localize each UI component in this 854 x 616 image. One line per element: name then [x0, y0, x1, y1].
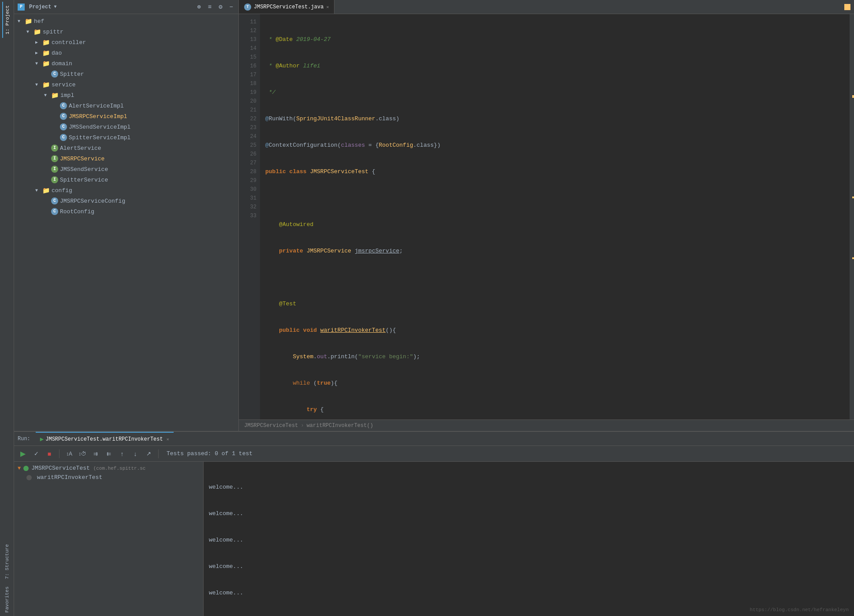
breadcrumb-method[interactable]: waritRPCInvokerTest() — [307, 423, 373, 429]
tab-icon-test: T — [244, 4, 251, 11]
project-panel-header: P Project ▼ ⊕ ≡ ⚙ − — [14, 0, 238, 14]
folder-icon-impl: 📁 — [51, 92, 59, 99]
tree-label-rootconfig: RootConfig — [60, 208, 94, 215]
minimize-icon[interactable]: − — [228, 3, 235, 11]
code-line-17 — [265, 194, 850, 203]
run-panel: Run: ▶ JMSRPCServiceTest.waritRPCInvoker… — [14, 431, 854, 616]
run-toolbar: ▶ ✓ ■ ↕A ↕⏱ ⇉ ⇇ ↑ ↓ ↗ Tests passed: 0 of… — [14, 446, 854, 462]
breadcrumb-class[interactable]: JMSRPCServiceTest — [244, 423, 298, 429]
editor-scrollbar[interactable] — [850, 14, 854, 419]
stop-button[interactable]: ■ — [44, 449, 55, 459]
tree-item-domain[interactable]: ▼ 📁 domain — [14, 58, 238, 69]
locate-icon[interactable]: ⊕ — [195, 2, 202, 11]
arrow-controller: ▶ — [35, 40, 42, 45]
class-icon-spitterserviceimpl: C — [60, 134, 67, 141]
code-line-11: * @Date 2019-04-27 — [265, 35, 850, 44]
run-main-area: ▼ JMSRPCServiceTest (com.hef.spittr.sc w… — [14, 462, 854, 616]
tree-item-jmssendservice[interactable]: I JMSSendService — [14, 164, 238, 174]
tree-item-hef[interactable]: ▼ 📁 hef — [14, 16, 238, 26]
class-icon-spitter: C — [51, 71, 58, 78]
tree-item-alertservice[interactable]: I AlertService — [14, 143, 238, 153]
run-button[interactable]: ▶ — [18, 449, 28, 459]
folder-icon-hef: 📁 — [25, 18, 32, 25]
expand-all-button[interactable]: ⇉ — [90, 449, 101, 459]
console-line-1: welcome... — [209, 483, 849, 492]
tree-item-impl[interactable]: ▼ 📁 impl — [14, 90, 238, 100]
tree-item-rootconfig[interactable]: C RootConfig — [14, 206, 238, 217]
tree-label-domain: domain — [52, 60, 72, 67]
tree-item-jmssendserviceimpl[interactable]: C JMSSendServiceImpl — [14, 122, 238, 132]
tree-item-config[interactable]: ▼ 📁 config — [14, 185, 238, 196]
tree-label-jmssendservice: JMSSendService — [60, 166, 108, 173]
export-button[interactable]: ↗ — [143, 449, 154, 459]
toolbar-divider-2 — [158, 449, 159, 458]
run-label: Run: — [18, 436, 30, 442]
editor-tabs: T JMSRPCServiceTest.java ✕ — [239, 0, 854, 14]
project-panel-title: Project — [29, 4, 51, 10]
class-icon-jmssendservice: I — [51, 166, 58, 173]
tree-item-spittr[interactable]: ▼ 📁 spittr — [14, 26, 238, 37]
code-line-15: ✓ @ContextConfiguration(classes = {RootC… — [265, 141, 850, 150]
tree-item-jmsrpcservice[interactable]: I JMSRPCService — [14, 153, 238, 164]
tree-item-dao[interactable]: ▶ 📁 dao — [14, 48, 238, 58]
tree-item-spitterserviceimpl[interactable]: C SpitterServiceImpl — [14, 132, 238, 143]
tree-item-service[interactable]: ▼ 📁 service — [14, 79, 238, 90]
tree-label-alertserviceimpl: AlertServiceImpl — [69, 103, 124, 109]
collapse-all-button[interactable]: ⇇ — [104, 449, 114, 459]
breadcrumb: JMSRPCServiceTest › waritRPCInvokerTest(… — [239, 419, 854, 431]
project-panel-title-area: P Project ▼ — [18, 4, 56, 11]
sort-dur-button[interactable]: ↕⏱ — [77, 449, 88, 459]
tree-item-spitterservice[interactable]: I SpitterService — [14, 174, 238, 185]
sort-az-button[interactable]: ↕A — [64, 449, 74, 459]
folder-icon-dao: 📁 — [42, 49, 50, 57]
tree-item-spitter[interactable]: C Spitter — [14, 69, 238, 79]
editor-tab-jmsrpcservicetest[interactable]: T JMSRPCServiceTest.java ✕ — [239, 0, 334, 14]
arrow-dao: ▶ — [35, 50, 42, 56]
class-icon-rootconfig: C — [51, 208, 58, 215]
watermark: https://blog.csdn.net/hefrankeleyn — [750, 607, 849, 612]
editor-content: 1112131415 1617181920 2122232425 2627282… — [239, 14, 854, 419]
test-tree-arrow: ▼ — [18, 465, 21, 471]
breadcrumb-separator: › — [301, 423, 304, 429]
tree-item-jmsrpcserviceimpl[interactable]: C JMSRPCServiceImpl — [14, 111, 238, 122]
arrow-impl: ▼ — [44, 93, 51, 98]
chevron-down-icon[interactable]: ▼ — [54, 4, 56, 9]
scroll-down-button[interactable]: ↓ — [130, 449, 141, 459]
run-tab-main[interactable]: ▶ JMSRPCServiceTest.waritRPCInvokerTest … — [36, 432, 174, 445]
console-line-4: welcome... — [209, 562, 849, 571]
collapse-icon[interactable]: ≡ — [206, 3, 213, 11]
sidebar-tab-structure[interactable]: 7: Structure — [3, 541, 11, 583]
test-tree-root[interactable]: ▼ JMSRPCServiceTest (com.hef.spittr.sc — [14, 464, 203, 473]
test-tree-item-warit[interactable]: waritRPCInvokerTest — [14, 473, 203, 482]
sidebar-tab-favorites[interactable]: Favorites — [3, 583, 11, 616]
scroll-up-button[interactable]: ↑ — [117, 449, 127, 459]
top-area: P Project ▼ ⊕ ≡ ⚙ − ▼ 📁 hef — [14, 0, 854, 431]
tree-label-impl: impl — [60, 92, 74, 99]
run-tab-label: JMSRPCServiceTest.waritRPCInvokerTest — [45, 436, 163, 442]
console-output: welcome... welcome... welcome... welcome… — [204, 462, 854, 616]
test-status: Tests passed: 0 of 1 test — [167, 450, 252, 457]
class-icon-jmsrpcserviceimpl: C — [60, 113, 67, 120]
tab-close-btn[interactable]: ✕ — [326, 4, 329, 10]
class-icon-jmssendserviceimpl: C — [60, 123, 67, 130]
arrow-config: ▼ — [35, 188, 42, 193]
editor-panel: T JMSRPCServiceTest.java ✕ 1112131415 16… — [239, 0, 854, 431]
sidebar-tab-structure-label: 7: Structure — [4, 544, 10, 579]
tree-item-jmsrpcserviceconfig[interactable]: C JMSRPCServiceConfig — [14, 196, 238, 206]
tree-item-controller[interactable]: ▶ 📁 controller — [14, 37, 238, 48]
scroll-mark-2 — [852, 197, 854, 198]
tree-label-spitterservice: SpitterService — [60, 177, 108, 183]
folder-icon-controller: 📁 — [42, 39, 50, 46]
class-icon-spitterservice: I — [51, 176, 58, 183]
code-editor[interactable]: * @Date 2019-04-27 * @Author lifei */ @R… — [260, 14, 850, 419]
class-icon-alertservice: I — [51, 145, 58, 152]
tree-item-alertserviceimpl[interactable]: C AlertServiceImpl — [14, 100, 238, 111]
rerun-button[interactable]: ✓ — [31, 449, 41, 459]
code-line-22: ▶ public void waritRPCInvokerTest(){ — [265, 326, 850, 335]
sidebar-tab-project[interactable]: 1: Project — [2, 2, 12, 38]
tree-label-spitterserviceimpl: SpitterServiceImpl — [69, 134, 130, 141]
test-dot-icon — [26, 475, 32, 480]
run-tab-close[interactable]: ✕ — [167, 437, 169, 442]
settings-icon[interactable]: ⚙ — [217, 2, 224, 11]
sidebar-tab-favorites-label: Favorites — [4, 586, 10, 612]
